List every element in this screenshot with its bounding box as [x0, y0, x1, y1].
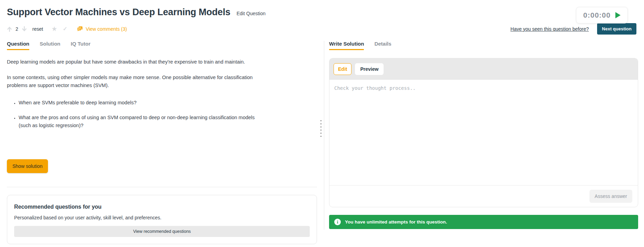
view-comments-label: View comments (3) [86, 26, 127, 32]
timer-value: 0:00:00 [583, 11, 611, 19]
solution-panel: Write Solution Details Edit Preview Asse… [324, 41, 644, 230]
tab-write-solution[interactable]: Write Solution [329, 41, 364, 49]
recommended-title: Recommended questions for you [14, 204, 310, 210]
question-paragraph: Deep learning models are popular but hav… [7, 58, 265, 66]
downvote-button[interactable] [22, 26, 27, 32]
question-bullet: What are the pros and cons of using an S… [19, 114, 265, 130]
star-icon[interactable]: ★ [51, 26, 57, 32]
solution-panel-tabs: Write Solution Details [329, 41, 638, 49]
header: Support Vector Machines vs Deep Learning… [0, 0, 644, 35]
edit-mode-button[interactable]: Edit [334, 63, 351, 75]
vote-bar: 2 reset ★ ✓ View comments (3) [7, 26, 127, 32]
question-bullet-list: When are SVMs preferable to deep learnin… [7, 99, 265, 130]
editor-footer: Assess answer [329, 185, 638, 207]
edit-question-link[interactable]: Edit Question [237, 11, 266, 16]
question-panel-tabs: Question Solution IQ Tutor [7, 41, 317, 49]
reset-vote-link[interactable]: reset [32, 26, 43, 32]
tab-iq-tutor[interactable]: IQ Tutor [71, 41, 90, 49]
down-arrow-icon [22, 26, 27, 32]
view-comments-link[interactable]: View comments (3) [77, 26, 127, 32]
info-icon: i [334, 219, 341, 225]
question-paragraph: In some contexts, using other simpler mo… [7, 74, 265, 89]
page-title: Support Vector Machines vs Deep Learning… [7, 7, 230, 18]
up-arrow-icon [7, 26, 12, 32]
preview-mode-button[interactable]: Preview [355, 63, 384, 75]
section-divider [7, 187, 317, 187]
question-panel: Question Solution IQ Tutor Deep learning… [0, 41, 324, 230]
assess-answer-button[interactable]: Assess answer [589, 190, 632, 203]
tab-details[interactable]: Details [374, 41, 391, 49]
check-icon[interactable]: ✓ [63, 26, 67, 32]
show-solution-button[interactable]: Show solution [7, 159, 48, 173]
unlimited-attempts-text: You have unlimited attempts for this que… [345, 219, 447, 225]
next-question-button[interactable]: Next question [597, 23, 636, 35]
editor-toolbar: Edit Preview [329, 58, 638, 80]
seen-before-link[interactable]: Have you seen this question before? [511, 26, 589, 32]
solution-editor: Edit Preview Assess answer [329, 58, 638, 207]
timer-card: 0:00:00 [576, 7, 628, 23]
tab-solution[interactable]: Solution [40, 41, 60, 49]
recommended-questions-card: Recommended questions for you Personaliz… [7, 195, 317, 244]
meta-right: Have you seen this question before? Next… [511, 23, 637, 35]
question-body: Deep learning models are popular but hav… [7, 58, 265, 130]
unlimited-attempts-banner: i You have unlimited attempts for this q… [329, 215, 638, 229]
play-icon[interactable] [615, 12, 621, 18]
tab-question[interactable]: Question [7, 41, 29, 49]
main-split: Question Solution IQ Tutor Deep learning… [0, 41, 644, 230]
vote-score: 2 [16, 26, 18, 32]
title-row: Support Vector Machines vs Deep Learning… [7, 7, 637, 18]
meta-row: 2 reset ★ ✓ View comments (3) Have you [7, 23, 637, 35]
recommended-subtitle: Personalized based on your user activity… [14, 215, 310, 220]
panel-resize-handle[interactable] [320, 120, 322, 137]
upvote-button[interactable] [7, 26, 12, 32]
solution-input[interactable] [329, 80, 638, 185]
question-bullet: When are SVMs preferable to deep learnin… [19, 99, 265, 107]
comments-icon [77, 26, 83, 31]
view-recommended-button[interactable]: View recommended questions [14, 226, 310, 237]
